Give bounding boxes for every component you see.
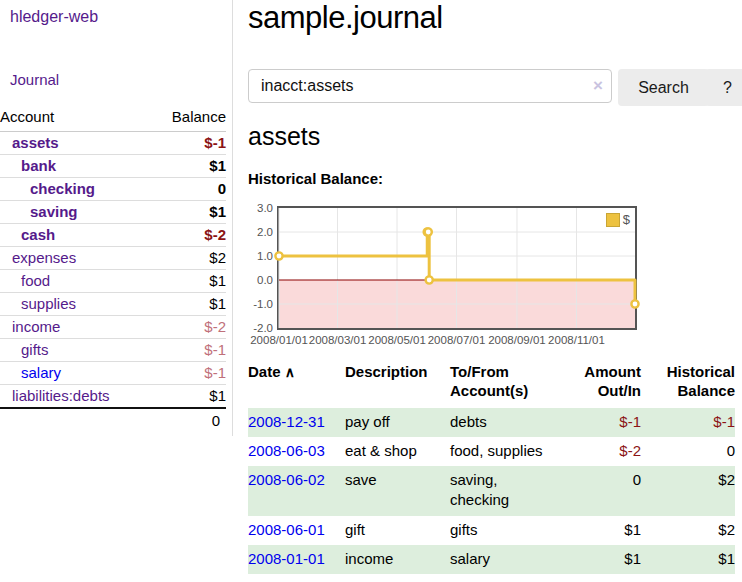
- account-name-cell: gifts: [0, 339, 151, 362]
- transaction-description: eat & shop: [345, 437, 450, 466]
- app-title-link[interactable]: hledger-web: [10, 8, 98, 26]
- historical-balance-column-header: HistoricalBalance: [641, 361, 735, 408]
- transaction-row: 2008-06-03eat & shopfood, supplies$-20: [248, 437, 735, 466]
- account-link[interactable]: bank: [21, 157, 56, 174]
- account-balance: 0: [151, 178, 226, 201]
- transaction-row: 2008-01-01incomesalary$1$1: [248, 545, 735, 574]
- transaction-date-link[interactable]: 2008-06-02: [248, 471, 325, 488]
- account-link[interactable]: checking: [30, 180, 95, 197]
- account-name-cell: supplies: [0, 293, 151, 316]
- sort-asc-icon: ∧: [285, 364, 295, 380]
- transaction-row: 2008-12-31pay offdebts$-1$-1: [248, 408, 735, 437]
- account-row: salary$-1: [0, 362, 226, 385]
- account-balance: $-1: [151, 132, 226, 155]
- account-row: income$-2: [0, 316, 226, 339]
- legend-swatch-icon: [606, 213, 620, 227]
- account-row: bank$1: [0, 155, 226, 178]
- account-link[interactable]: liabilities:debts: [12, 387, 110, 404]
- transaction-description: gift: [345, 516, 450, 545]
- account-row: food$1: [0, 270, 226, 293]
- account-row: checking0: [0, 178, 226, 201]
- account-name-cell: food: [0, 270, 151, 293]
- account-link[interactable]: expenses: [12, 249, 76, 266]
- balance-column-header: Balance: [151, 104, 226, 132]
- date-column-header[interactable]: Date ∧: [248, 361, 345, 408]
- chart-legend: $: [604, 211, 632, 228]
- transaction-row: 2008-06-01giftgifts$1$2: [248, 516, 735, 545]
- account-row: liabilities:debts$1: [0, 385, 226, 409]
- clear-search-icon[interactable]: ×: [586, 69, 610, 103]
- account-balance: $1: [151, 155, 226, 178]
- amount-header-line1: Amount: [584, 363, 641, 380]
- account-balance: $2: [151, 247, 226, 270]
- tofrom-column-header: To/FromAccount(s): [450, 361, 558, 408]
- account-column-header: Account: [0, 104, 151, 132]
- account-link[interactable]: cash: [21, 226, 55, 243]
- transaction-balance: $2: [641, 466, 735, 516]
- account-name-cell: salary: [0, 362, 151, 385]
- historical-balance-label: Historical Balance:: [248, 170, 383, 187]
- y-axis-tick-label: 3.0: [248, 201, 273, 215]
- transaction-date-link[interactable]: 2008-06-03: [248, 442, 325, 459]
- transactions-header-row: Date ∧ Description To/FromAccount(s) Amo…: [248, 361, 735, 408]
- transaction-description: save: [345, 466, 450, 516]
- account-link[interactable]: saving: [30, 203, 78, 220]
- transactions-table: Date ∧ Description To/FromAccount(s) Amo…: [248, 361, 735, 574]
- legend-series-label: $: [623, 212, 630, 227]
- account-name-cell: expenses: [0, 247, 151, 270]
- transaction-description: pay off: [345, 408, 450, 437]
- transaction-date-cell: 2008-01-01: [248, 545, 345, 574]
- account-tree-body: assets$-1bank$1checking0saving$1cash$-2e…: [0, 132, 226, 409]
- transaction-amount: $1: [558, 516, 641, 545]
- x-axis-tick-label: 2008/11/01: [526, 334, 626, 346]
- search-input[interactable]: [248, 69, 612, 103]
- balance-chart: $ 3.02.01.00.0-1.0-2.02008/01/012008/03/…: [248, 200, 742, 350]
- account-link[interactable]: income: [12, 318, 60, 335]
- transaction-amount: $-2: [558, 437, 641, 466]
- search-button[interactable]: Search: [618, 69, 709, 106]
- account-link[interactable]: food: [21, 272, 50, 289]
- transaction-accounts: debts: [450, 408, 558, 437]
- sidebar-item-journal[interactable]: Journal: [10, 71, 59, 88]
- account-balance: $-1: [151, 362, 226, 385]
- tofrom-header-line2: Account(s): [450, 382, 528, 399]
- transaction-date-cell: 2008-12-31: [248, 408, 345, 437]
- balance-header-line2: Balance: [677, 382, 735, 399]
- transaction-description: income: [345, 545, 450, 574]
- transaction-date-link[interactable]: 2008-01-01: [248, 550, 325, 567]
- transaction-date-link[interactable]: 2008-12-31: [248, 413, 325, 430]
- transaction-balance: $1: [641, 545, 735, 574]
- y-axis-tick-label: 0.0: [248, 273, 273, 287]
- transactions-body: 2008-12-31pay offdebts$-1$-12008-06-03ea…: [248, 408, 735, 575]
- account-row: gifts$-1: [0, 339, 226, 362]
- account-link[interactable]: gifts: [21, 341, 49, 358]
- y-axis-tick-label: -2.0: [248, 321, 273, 335]
- transaction-date-link[interactable]: 2008-06-01: [248, 521, 325, 538]
- account-balance: $-1: [151, 339, 226, 362]
- account-balance: $-2: [151, 316, 226, 339]
- description-header-text: Description: [345, 363, 428, 380]
- amount-header-line2: Out/In: [598, 382, 641, 399]
- sidebar-total-spacer: [0, 408, 151, 432]
- amount-column-header: AmountOut/In: [558, 361, 641, 408]
- transaction-accounts: gifts: [450, 516, 558, 545]
- sidebar: hledger-web Journal Account Balance asse…: [0, 0, 233, 436]
- account-link[interactable]: assets: [12, 134, 59, 151]
- account-row: expenses$2: [0, 247, 226, 270]
- account-name-cell: income: [0, 316, 151, 339]
- y-axis-tick-label: 1.0: [248, 249, 273, 263]
- transaction-amount: $1: [558, 545, 641, 574]
- account-heading: assets: [248, 122, 320, 151]
- help-button[interactable]: ?: [705, 69, 742, 106]
- account-name-cell: checking: [0, 178, 151, 201]
- account-row: saving$1: [0, 201, 226, 224]
- sidebar-total-row: 0: [0, 408, 226, 432]
- transaction-amount: $-1: [558, 408, 641, 437]
- chart-plot-area: $: [277, 206, 637, 330]
- account-balance: $1: [151, 293, 226, 316]
- account-link[interactable]: salary: [21, 364, 61, 381]
- account-row: supplies$1: [0, 293, 226, 316]
- account-link[interactable]: supplies: [21, 295, 76, 312]
- account-tree-header-row: Account Balance: [0, 104, 226, 132]
- account-name-cell: assets: [0, 132, 151, 155]
